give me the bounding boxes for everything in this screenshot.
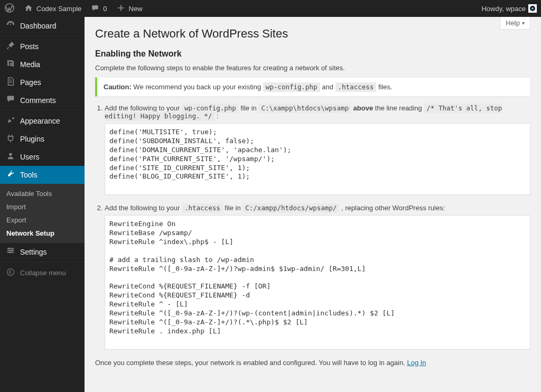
collapse-menu[interactable]: Collapse menu xyxy=(0,264,85,282)
svg-point-4 xyxy=(10,63,12,65)
code-wpconfig: wp-config.php xyxy=(263,82,320,92)
new-label: New xyxy=(129,5,143,13)
step-2: Add the following to your .htaccess file… xyxy=(105,204,530,351)
code-path: C:\xampp\htdocs\wpsamp xyxy=(258,104,351,113)
menu-dashboard[interactable]: Dashboard xyxy=(0,17,85,35)
menu-label: Settings xyxy=(20,248,47,256)
collapse-label: Collapse menu xyxy=(20,269,66,277)
plugin-icon xyxy=(5,133,16,145)
menu-label: Dashboard xyxy=(20,22,57,30)
plus-icon xyxy=(116,4,126,14)
submenu-tools: Available Tools Import Export Network Se… xyxy=(0,184,85,243)
htaccess-code-textarea[interactable] xyxy=(105,215,530,349)
menu-media[interactable]: Media xyxy=(0,55,85,73)
new-content-menu[interactable]: New xyxy=(111,0,147,17)
svg-point-5 xyxy=(9,153,12,155)
comments-menu[interactable]: 0 xyxy=(86,0,111,17)
svg-point-3 xyxy=(531,7,534,10)
site-name-menu[interactable]: Codex Sample xyxy=(19,0,86,17)
code-path: C:/xampp/htdocs/wpsamp/ xyxy=(242,203,339,213)
menu-label: Plugins xyxy=(20,135,44,143)
menu-label: Tools xyxy=(20,171,38,179)
menu-plugins[interactable]: Plugins xyxy=(0,130,85,148)
caution-notice: Caution: We recommend you back up your e… xyxy=(95,77,530,97)
media-icon xyxy=(5,59,16,71)
page-title: Create a Network of WordPress Sites xyxy=(95,22,530,43)
submenu-export[interactable]: Export xyxy=(0,213,85,227)
login-link[interactable]: Log In xyxy=(407,359,426,367)
tools-icon xyxy=(5,169,16,181)
menu-label: Users xyxy=(20,153,40,161)
menu-label: Pages xyxy=(20,78,41,87)
intro-text: Complete the following steps to enable t… xyxy=(95,64,530,72)
menu-label: Media xyxy=(20,60,40,69)
svg-rect-10 xyxy=(12,249,13,251)
wordpress-logo-icon xyxy=(4,3,15,14)
section-title: Enabling the Network xyxy=(95,49,530,59)
pin-icon xyxy=(5,41,16,53)
svg-rect-6 xyxy=(7,248,14,249)
menu-posts[interactable]: Posts xyxy=(0,38,85,55)
submenu-import[interactable]: Import xyxy=(0,200,85,213)
comment-icon xyxy=(90,4,100,14)
menu-users[interactable]: Users xyxy=(0,148,85,166)
caution-text: We recommend you back up your existing xyxy=(133,83,263,91)
code-htaccess: .htaccess xyxy=(182,203,223,213)
menu-pages[interactable]: Pages xyxy=(0,73,85,91)
svg-point-12 xyxy=(7,269,14,276)
chevron-down-icon: ▾ xyxy=(522,20,525,26)
complete-text: Once you complete these steps, your netw… xyxy=(95,359,530,367)
my-account-menu[interactable]: Howdy, wpace xyxy=(477,0,541,17)
page-icon xyxy=(5,77,16,89)
wordpress-logo-menu[interactable] xyxy=(0,0,19,17)
appearance-icon xyxy=(5,115,16,127)
home-icon xyxy=(23,4,34,14)
avatar xyxy=(528,4,537,13)
menu-label: Comments xyxy=(20,96,56,105)
menu-label: Appearance xyxy=(20,117,60,125)
howdy-label: Howdy, wpace xyxy=(481,5,526,13)
settings-icon xyxy=(5,246,16,258)
site-name-label: Codex Sample xyxy=(36,5,81,13)
menu-label: Posts xyxy=(20,42,39,51)
collapse-icon xyxy=(5,268,16,278)
dashboard-icon xyxy=(5,20,16,32)
step-1: Add the following to your wp-config.php … xyxy=(105,104,530,197)
submenu-network-setup[interactable]: Network Setup xyxy=(0,227,85,240)
menu-comments[interactable]: Comments xyxy=(0,91,85,109)
svg-rect-9 xyxy=(8,248,10,250)
comments-icon xyxy=(5,94,16,106)
help-tab[interactable]: Help ▾ xyxy=(500,17,530,30)
svg-rect-11 xyxy=(10,251,11,254)
code-htaccess: .htaccess xyxy=(335,82,377,92)
users-icon xyxy=(5,151,16,163)
menu-appearance[interactable]: Appearance xyxy=(0,112,85,130)
comments-count: 0 xyxy=(103,5,107,13)
help-label: Help xyxy=(506,19,520,27)
submenu-available-tools[interactable]: Available Tools xyxy=(0,187,85,200)
menu-tools[interactable]: Tools xyxy=(0,166,85,184)
svg-rect-7 xyxy=(7,250,14,251)
caution-label: Caution: xyxy=(104,83,132,91)
wpconfig-code-textarea[interactable] xyxy=(105,123,530,195)
menu-settings[interactable]: Settings xyxy=(0,243,85,261)
